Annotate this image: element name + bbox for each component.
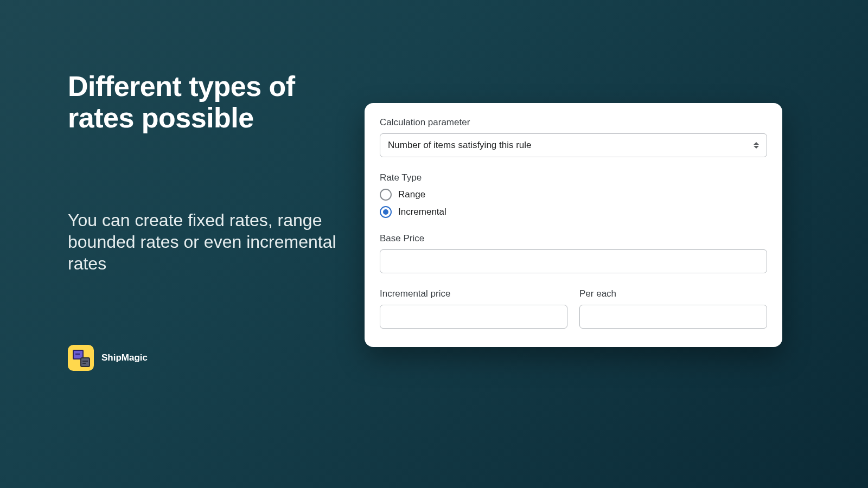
calc-param-value: Number of items satisfying this rule bbox=[388, 140, 532, 151]
rate-type-label: Rate Type bbox=[380, 172, 767, 183]
rate-type-incremental-label: Incremental bbox=[398, 207, 446, 217]
rate-type-range-label: Range bbox=[398, 189, 425, 200]
per-each-field: Per each bbox=[579, 288, 767, 329]
base-price-field: Base Price bbox=[380, 233, 767, 273]
incremental-price-field: Incremental price bbox=[380, 288, 567, 329]
rate-form-card: Calculation parameter Number of items sa… bbox=[365, 103, 782, 347]
per-each-input[interactable] bbox=[579, 305, 767, 329]
radio-icon bbox=[380, 189, 392, 201]
base-price-label: Base Price bbox=[380, 233, 767, 244]
calc-param-label: Calculation parameter bbox=[380, 117, 767, 128]
incremental-row: Incremental price Per each bbox=[380, 288, 767, 329]
brand-logo-icon bbox=[68, 345, 94, 371]
brand-block: ShipMagic bbox=[68, 345, 148, 371]
radio-icon bbox=[380, 206, 392, 218]
select-caret-icon bbox=[752, 142, 760, 149]
hero-headline: Different types of rates possible bbox=[68, 70, 361, 133]
rate-type-option-incremental[interactable]: Incremental bbox=[380, 206, 767, 218]
incremental-price-label: Incremental price bbox=[380, 288, 567, 299]
hero-subtext: You can create fixed rates, range bounde… bbox=[68, 209, 361, 274]
rate-type-option-range[interactable]: Range bbox=[380, 189, 767, 201]
calc-param-select[interactable]: Number of items satisfying this rule bbox=[380, 133, 767, 157]
hero-left: Different types of rates possible You ca… bbox=[68, 70, 361, 274]
calc-param-field: Calculation parameter Number of items sa… bbox=[380, 117, 767, 157]
per-each-label: Per each bbox=[579, 288, 767, 299]
rate-type-field: Rate Type Range Incremental bbox=[380, 172, 767, 218]
brand-name: ShipMagic bbox=[101, 352, 148, 363]
incremental-price-input[interactable] bbox=[380, 305, 567, 329]
base-price-input[interactable] bbox=[380, 249, 767, 273]
